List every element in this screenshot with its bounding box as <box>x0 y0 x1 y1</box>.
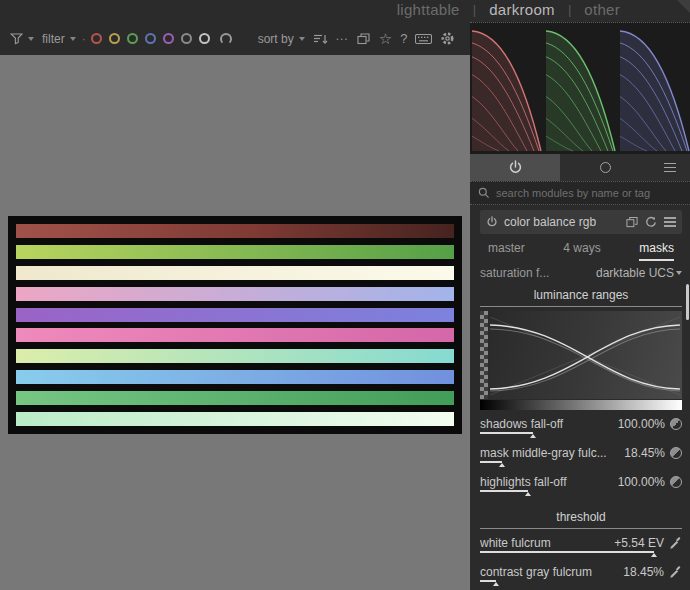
image-stripe <box>16 412 454 426</box>
collapse-panel-arrow-icon[interactable] <box>677 0 690 13</box>
module-power-icon[interactable] <box>486 216 498 228</box>
chevron-down-icon <box>676 271 682 275</box>
luminance-ranges-graph[interactable] <box>480 311 682 410</box>
image-stripe <box>16 328 454 342</box>
tab-darkroom[interactable]: darkroom <box>489 1 555 18</box>
view-switcher: lighttable | darkroom | other <box>397 1 620 18</box>
color-picker-icon[interactable] <box>669 536 682 549</box>
slider-highlights-fall-off[interactable]: highlights fall-off 100.00% <box>480 474 682 497</box>
module-group-circle-button[interactable] <box>560 154 650 181</box>
slider-mask-middle-gray-fulcrum[interactable]: mask middle-gray fulc... 18.45% <box>480 445 682 468</box>
histogram-waveform[interactable] <box>470 22 690 154</box>
module-groups-menu-button[interactable] <box>650 154 690 181</box>
gray-gradient-bar <box>480 400 682 410</box>
search-icon <box>478 187 490 199</box>
color-label-blue-icon[interactable] <box>145 33 156 44</box>
module-search <box>470 181 690 205</box>
image-stripe <box>16 308 454 322</box>
module-header[interactable]: color balance rgb <box>480 210 682 234</box>
slider-white-fulcrum[interactable]: white fulcrum +5.54 EV <box>480 535 682 558</box>
duplicates-icon[interactable] <box>357 33 371 45</box>
darkroom-canvas <box>0 55 470 590</box>
section-luminance-ranges: luminance ranges <box>480 285 682 307</box>
shortcuts-keyboard-icon[interactable] <box>415 33 432 45</box>
image-stripe <box>16 224 454 238</box>
image-stripe <box>16 391 454 405</box>
multi-instance-icon[interactable] <box>626 216 638 228</box>
tab-master[interactable]: master <box>488 241 525 261</box>
color-label-red-icon[interactable] <box>91 33 102 44</box>
module-header-actions <box>626 216 676 228</box>
filter-funnel-icon[interactable] <box>10 33 23 45</box>
module-tabs: master 4 ways masks <box>480 234 682 261</box>
image-stripe <box>16 287 454 301</box>
circle-icon <box>600 162 611 173</box>
preferences-gear-icon[interactable] <box>440 31 455 46</box>
star-rating-icon[interactable]: ☆ <box>379 32 392 46</box>
image-stripe <box>16 245 454 259</box>
saturation-formula-combobox[interactable]: saturation f... darktable UCS <box>480 261 682 285</box>
color-label-white-icon[interactable] <box>199 33 210 44</box>
presets-menu-icon[interactable] <box>664 217 676 227</box>
right-panel: color balance rgb master <box>470 22 690 590</box>
power-icon <box>508 160 523 175</box>
image-stripe <box>16 370 454 384</box>
combobox-label: saturation f... <box>480 266 549 280</box>
display-mask-icon[interactable] <box>670 418 682 430</box>
more-options-label[interactable]: ... <box>336 29 349 43</box>
module-color-balance-rgb: color balance rgb master <box>470 205 690 587</box>
panel-scrollbar[interactable] <box>686 284 689 320</box>
module-title: color balance rgb <box>504 215 596 229</box>
slider-label: highlights fall-off <box>480 475 613 489</box>
show-active-modules-button[interactable] <box>470 154 560 181</box>
module-group-buttons <box>470 154 690 181</box>
slider-label: mask middle-gray fulc... <box>480 446 619 460</box>
slider-value: 18.45% <box>624 446 665 460</box>
slider-shadows-fall-off[interactable]: shadows fall-off 100.00% <box>480 416 682 439</box>
image-preview[interactable] <box>8 216 462 434</box>
top-panel: lighttable | darkroom | other <box>0 0 690 22</box>
slider-label: white fulcrum <box>480 536 609 550</box>
checkerboard-strip <box>480 311 488 399</box>
section-threshold: threshold <box>480 507 682 529</box>
slider-value: 18.45% <box>623 565 664 579</box>
display-mask-icon[interactable] <box>670 476 682 488</box>
reset-icon[interactable] <box>645 216 657 228</box>
color-label-yellow-icon[interactable] <box>109 33 120 44</box>
rating-range-arc-icon[interactable] <box>220 33 232 45</box>
slider-value: 100.00% <box>618 417 665 431</box>
tab-separator: | <box>568 2 571 17</box>
color-label-gray-icon[interactable] <box>181 33 192 44</box>
filter-label: filter <box>42 32 65 46</box>
color-picker-icon[interactable] <box>669 565 682 578</box>
tab-lighttable[interactable]: lighttable <box>397 1 460 18</box>
display-mask-icon[interactable] <box>670 447 682 459</box>
slider-label: contrast gray fulcrum <box>480 565 618 579</box>
hamburger-menu-icon <box>664 163 676 173</box>
tab-masks[interactable]: masks <box>639 241 674 261</box>
module-search-input[interactable] <box>496 187 682 199</box>
filter-sort-toolbar: filter · sort by ... ☆ ? <box>0 22 470 55</box>
image-stripe <box>16 266 454 280</box>
mask-curves-plot <box>488 311 682 399</box>
slider-label: shadows fall-off <box>480 417 613 431</box>
tab-separator: | <box>473 2 476 17</box>
slider-value: +5.54 EV <box>614 536 664 550</box>
filter-options-caret-icon[interactable] <box>70 37 76 41</box>
color-label-purple-icon[interactable] <box>163 33 174 44</box>
tab-other[interactable]: other <box>584 1 620 18</box>
tab-4-ways[interactable]: 4 ways <box>563 241 600 261</box>
filter-dropdown-caret-icon[interactable] <box>28 37 34 41</box>
color-label-green-icon[interactable] <box>127 33 138 44</box>
toolbar-separator-dot: · <box>82 32 86 46</box>
sort-order-icon[interactable] <box>313 33 328 45</box>
slider-contrast-gray-fulcrum[interactable]: contrast gray fulcrum 18.45% <box>480 564 682 587</box>
slider-value: 100.00% <box>618 475 665 489</box>
image-stripe <box>16 349 454 363</box>
combobox-value: darktable UCS <box>596 266 674 280</box>
sort-by-label: sort by <box>258 32 294 46</box>
sort-by-caret-icon[interactable] <box>299 37 305 41</box>
help-icon[interactable]: ? <box>400 31 407 46</box>
